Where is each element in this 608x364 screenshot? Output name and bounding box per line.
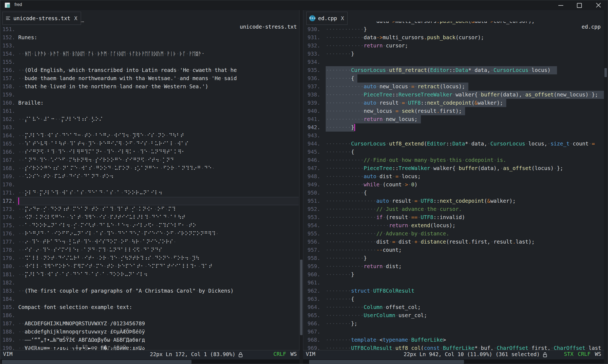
code-line[interactable]: 960.········}	[303, 271, 604, 279]
code-line[interactable]: 952.················//·Just·advance·the·…	[303, 205, 604, 213]
code-line[interactable]: 158.··that·he·lived·in·the·northern·land…	[0, 83, 299, 91]
code-line[interactable]: 166.··⠎⠊⠛⠝⠫·⠃⠹·⠹⠑·⠊⠇⠻⠛⠹⠍⠁⠝⠂·⠹⠑·⠊⠇⠻⠅⠂·⠹⠑·…	[0, 148, 299, 156]
code-line[interactable]: 937.············auto·new_locus·=·retract…	[303, 83, 604, 91]
code-line[interactable]: 175.··⠁·⠙⠕⠕⠗⠤⠝⠁⠊⠇⠲·⡊·⠍⠊⠣⠞·⠙⠁⠧⠑·⠃⠑⠲·⠔⠊⠇⠔⠫…	[0, 222, 299, 230]
code-line[interactable]: 185.Compact·font·selection·example·text:	[0, 303, 299, 311]
code-line[interactable]: 183.··(The·first·couple·of·paragraphs·of…	[0, 287, 299, 295]
code-line[interactable]: 958.············}	[303, 254, 604, 262]
tab-ed-cpp[interactable]: C++ ed.cpp X	[306, 12, 348, 25]
code-line[interactable]: 184.	[0, 295, 299, 303]
scrollbar-thumb[interactable]	[2, 360, 191, 364]
code-line[interactable]: 967.	[303, 328, 604, 336]
horizontal-scrollbar-right[interactable]	[303, 359, 604, 364]
code-line[interactable]: 180.··⠺⠊⠇⠇·⠹⠻⠑⠋⠕⠗⠑·⠏⠻⠍⠊⠞·⠍⠑·⠞⠕·⠗⠑⠏⠑⠁⠞⠂·⠑…	[0, 262, 299, 271]
minimize-button[interactable]	[555, 0, 567, 10]
code-line[interactable]: 186.	[0, 311, 299, 320]
code-line[interactable]: 962.········struct·UTF8ColResult	[303, 287, 604, 295]
code-line[interactable]: 934.	[303, 58, 604, 66]
code-line[interactable]: 966.········};	[303, 320, 604, 328]
code-line[interactable]: 936.········{	[303, 74, 604, 83]
code-line[interactable]: 188.··abcdefghijklmnopqrstuvwxyz·£©µÀÆÖÞ…	[0, 328, 299, 336]
code-line[interactable]: 945.········{	[303, 148, 604, 156]
code-line[interactable]: 949.············while·(count·>·0)	[303, 181, 604, 189]
code-line[interactable]: 948.············auto·dist·=·locus;	[303, 172, 604, 181]
code-line[interactable]: 939.············auto·result·=·UTF8::next…	[303, 99, 604, 107]
code-line[interactable]: 965.············UserColumn·user_col;	[303, 311, 604, 320]
code-line[interactable]: 940.············new_locus·=·seek(result.…	[303, 107, 604, 115]
code-line[interactable]: 946.············//·Find·out·how·many·byt…	[303, 156, 604, 164]
code-line[interactable]: 951.················auto·result·=·UTF8::…	[303, 197, 604, 205]
code-line[interactable]: 931.············data->multi_cursors.push…	[303, 34, 604, 42]
code-line[interactable]: 155.	[0, 58, 299, 66]
code-line[interactable]: 164.··⡍⠜⠇⠑⠹·⠺⠁⠎·⠙⠑⠁⠙⠒·⠞⠕·⠃⠑⠛⠔·⠺⠊⠹⠲·⡹⠻⠑·⠊…	[0, 132, 299, 140]
code-line[interactable]: 165.··⠱⠁⠞⠑⠧⠻·⠁⠃⠳⠞·⠹⠁⠞⠲·⡹⠑·⠗⠑⠛⠊⠌⠻·⠕⠋·⠙⠊⠎·…	[0, 140, 299, 148]
line-number: 963.	[307, 295, 320, 303]
code-line[interactable]: 955.················//·Advance·by·distan…	[303, 230, 604, 238]
horizontal-scrollbar-left[interactable]	[0, 359, 299, 364]
editor-window: fred 150.··እግርህን·በፍራሽህ·ልክ·ዘርጋ።151.152.Ru…	[0, 0, 608, 364]
code-line[interactable]: 182.	[0, 279, 299, 287]
code-line[interactable]: 933.········}	[303, 50, 604, 58]
code-line[interactable]: 177.··⠔·⠹⠑·⠞⠗⠁⠙⠑⠲·⡃⠥⠞·⠹⠑·⠺⠊⠎⠙⠕⠍·⠕⠋·⠳⠗·⠁⠝…	[0, 238, 299, 246]
line-number: 966.	[307, 320, 320, 328]
code-line[interactable]: 181.··⡍⠜⠇⠑⠹·⠺⠁⠎·⠁⠎·⠙⠑⠁⠙·⠁⠎·⠁·⠙⠕⠕⠗⠤⠝⠁⠊⠇⠲	[0, 271, 299, 279]
tab-unicode-stress[interactable]: unicode-stress.txt X	[2, 12, 81, 25]
scrollbar-thumb[interactable]	[300, 260, 302, 335]
code-line[interactable]: 163.	[0, 123, 299, 132]
code-line[interactable]: 950.············{	[303, 189, 604, 197]
vertical-scrollbar-right[interactable]	[604, 10, 608, 364]
code-line[interactable]: 156.··(Old·English,·which·transcribed·in…	[0, 66, 299, 74]
code-line[interactable]: 963.········{	[303, 295, 604, 303]
code-line[interactable]: 956.················dist·=·dist·+·distan…	[303, 238, 604, 246]
editor-pane-right[interactable]: 929.················data->multi_cursors.…	[303, 10, 604, 350]
code-line[interactable]: 168.··⡎⠊⠗⠕⠕⠛⠑⠰⠎·⠝⠁⠍⠑·⠺⠁⠎·⠛⠕⠕⠙·⠥⠏⠕⠝·⠰⡡⠁⠝⠛…	[0, 164, 299, 172]
code-line[interactable]: 171.··⡕⠇⠙·⡍⠜⠇⠑⠹·⠺⠁⠎·⠁⠎·⠙⠑⠁⠙·⠁⠎·⠁·⠙⠕⠕⠗⠤⠝⠁…	[0, 189, 299, 197]
code-line[interactable]: 943.	[303, 132, 604, 140]
code-line[interactable]: 930.············}	[303, 25, 604, 34]
code-line[interactable]: 159.	[0, 91, 299, 99]
code-line[interactable]: 174.··⠪⠝·⠅⠝⠪⠇⠫⠛⠑⠂·⠱⠁⠞·⠹⠻⠑·⠊⠎·⠏⠜⠞⠊⠊⠥⠇⠜⠇⠹·…	[0, 213, 299, 222]
code-line[interactable]: 170.	[0, 181, 299, 189]
code-line[interactable]: 157.··bude·thaem·lande·northweardum·with…	[0, 74, 299, 83]
code-line[interactable]: 953.················if·(result·==·UTF8::…	[303, 213, 604, 222]
code-line[interactable]: 954.····················return·extend(lo…	[303, 222, 604, 230]
code-line[interactable]: 942.········}	[303, 123, 604, 132]
code-line[interactable]: 938.············PieceTree::ReverseTreeWa…	[303, 91, 604, 99]
code-line[interactable]: 169.··⠡⠕⠎⠑·⠞⠕·⠏⠥⠞·⠙⠊⠎·⠙⠁⠝⠙·⠞⠕⠲	[0, 172, 299, 181]
code-line[interactable]: 154.··ᚻᛖ·ᚳᚹᚫᚦ·ᚦᚫᛏ·ᚻᛖ·ᛒᚢᛞᛖ·ᚩᚾ·ᚦᚫᛗ·ᛚᚪᚾᛞᛖ·ᚾ…	[0, 50, 299, 58]
scrollbar-thumb[interactable]	[604, 68, 607, 77]
tab-close-button[interactable]: X	[74, 15, 77, 22]
code-line[interactable]: 964.············Column·offset_col;	[303, 303, 604, 311]
line-number: 953.	[307, 213, 320, 222]
code-line[interactable]: 178.··⠊⠎·⠔·⠹⠑·⠎⠊⠍⠊⠇⠑⠆·⠁⠝⠙·⠍⠹·⠥⠝⠙⠁⠇⠇⠪⠫·⠙⠁…	[0, 246, 299, 254]
code-line[interactable]: 173.··⡍⠔⠙⠖·⡊·⠙⠕⠝⠰⠞·⠍⠑⠁⠝·⠞⠕·⠎⠁⠹·⠹⠁⠞·⡊·⠅⠝⠪…	[0, 205, 299, 213]
code-line[interactable]: 152.Runes:	[0, 34, 299, 42]
code-line[interactable]: 161.	[0, 107, 299, 115]
code-line[interactable]: 959.············return·dist;	[303, 262, 604, 271]
code-line[interactable]: 944.········CursorLocus·utf8_extend(Edit…	[303, 140, 604, 148]
code-line[interactable]: 189.··–—‘“”„†•…‰™œŠŸž€·ΑΒΓΔΩαβγδω·АБВГДа…	[0, 336, 299, 344]
vertical-scrollbar-left[interactable]	[299, 10, 303, 364]
code-line[interactable]: 172.	[0, 197, 299, 205]
maximize-button[interactable]	[573, 0, 585, 10]
code-line[interactable]: 968.········template·<typename·BufferLik…	[303, 336, 604, 344]
code-line[interactable]: 957.················--count;	[303, 246, 604, 254]
code-line[interactable]: 961.	[303, 279, 604, 287]
code-line[interactable]: 176.··⠗⠑⠛⠜⠙·⠁·⠊⠕⠋⠋⠔⠤⠝⠁⠊⠇·⠁⠎·⠹⠑·⠙⠑⠁⠙⠑⠌·⠏⠊…	[0, 230, 299, 238]
code-line[interactable]: 969.········UTF8ColResult·utf8_col(const…	[303, 344, 604, 350]
code-line[interactable]: 153.	[0, 42, 299, 50]
code-line[interactable]: 932.············return·cursor;	[303, 42, 604, 50]
code-line[interactable]: 179.··⠩⠁⠇⠇·⠝⠕⠞·⠙⠊⠌⠥⠗⠃·⠊⠞⠂·⠕⠗·⠹⠑·⡊⠳⠝⠞⠗⠹⠰⠎…	[0, 254, 299, 262]
code-line[interactable]: 190.··∀∂∈ℝ∧∪≡∞·↑↗↨↻⇣·┐┼╔╘░►☺♀·ﬁ�⑀₂ἠḂӥẄɐː…	[0, 344, 299, 350]
editor-pane-left[interactable]: 150.··እግርህን·በፍራሽህ·ልክ·ዘርጋ።151.152.Runes:1…	[0, 10, 299, 350]
code-line[interactable]: 935.········CursorLocus·utf8_retract(Edi…	[303, 66, 604, 74]
code-line[interactable]: 941.············return·new_locus;	[303, 115, 604, 123]
close-button[interactable]	[592, 0, 605, 10]
code-line[interactable]: 162.··⡌⠁⠧⠑·⠼⠁⠒··⡍⠜⠇⠑⠹⠰⠎·⡣⠕⠌	[0, 115, 299, 123]
code-line[interactable]: 167.··⠁⠝⠙·⠹⠑·⠡⠊⠑⠋·⠍⠳⠗⠝⠻⠲·⡎⠊⠗⠕⠕⠛⠑·⠎⠊⠛⠝⠫·⠊…	[0, 156, 299, 164]
scrollbar-thumb[interactable]	[309, 360, 464, 364]
code-line[interactable]: 187.··ABCDEFGHIJKLMNOPQRSTUVWXYZ·/012345…	[0, 320, 299, 328]
code-line[interactable]: 160.Braille:	[0, 99, 299, 107]
code-line[interactable]: 947.············PieceTree::TreeWalker·wa…	[303, 164, 604, 172]
tab-close-button[interactable]: X	[341, 15, 344, 22]
